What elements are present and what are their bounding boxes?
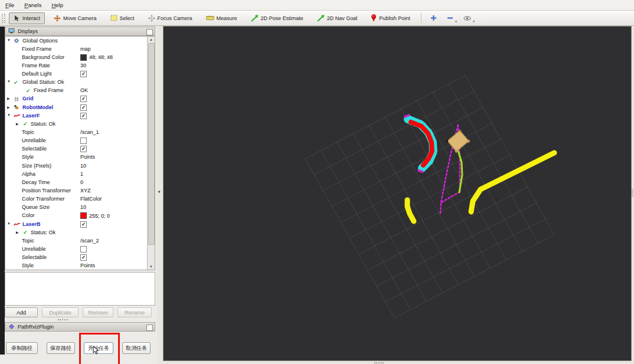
add-tool-button[interactable]	[427, 14, 440, 22]
plugin-button-1[interactable]: 录制路径	[6, 342, 38, 354]
toolbar-grip-handle[interactable]	[2, 14, 5, 23]
tree-row[interactable]: ▼Global Options	[5, 37, 155, 45]
tree-row[interactable]: Selectable✓	[5, 145, 155, 153]
checkbox-unchecked[interactable]	[80, 137, 87, 144]
tree-row[interactable]: Queue Size10	[5, 204, 155, 212]
property-value[interactable]: 30	[80, 63, 86, 68]
property-value[interactable]: 10	[80, 163, 86, 169]
property-value[interactable]: /scan_2	[80, 238, 99, 244]
tree-row[interactable]: Color TransformerFlatColor	[5, 195, 155, 204]
remove-tool-button[interactable]: ▾	[443, 14, 457, 22]
expand-right-icon[interactable]: ▶	[7, 96, 10, 100]
menu-file[interactable]: File	[5, 2, 14, 8]
scrollbar-thumb[interactable]	[148, 43, 155, 245]
publish-point-tool[interactable]: Publish Point	[366, 12, 415, 24]
plugin-panel-header[interactable]: PathRvizPlugin	[5, 322, 155, 332]
tree-row[interactable]: ▼LaserF✓	[5, 112, 155, 120]
tree-row[interactable]: ▶Grid✓	[5, 95, 155, 103]
checkbox-checked[interactable]: ✓	[80, 221, 87, 228]
interact-tool[interactable]: Interact	[9, 12, 45, 24]
tree-row[interactable]: ▶✓Status: Ok	[5, 228, 155, 237]
dock-collapse-icon[interactable]: ◂	[158, 189, 160, 194]
tree-row[interactable]: Size (Pixels)10	[5, 162, 155, 170]
tree-row[interactable]: Unreliable	[5, 137, 155, 145]
scroll-down-icon[interactable]: ▼	[148, 265, 155, 268]
tree-row[interactable]: ▶✓Status: Ok	[5, 120, 155, 128]
checkbox-checked[interactable]: ✓	[80, 113, 87, 119]
tree-row[interactable]: Selectable✓	[5, 254, 155, 262]
plugin-button-2[interactable]: 保存路径	[47, 342, 75, 354]
dock-edge-strip	[0, 27, 5, 355]
plugin-button-4[interactable]: 取消任务	[122, 342, 151, 354]
tree-row[interactable]: ✓Fixed FrameOK	[5, 87, 155, 95]
move-camera-tool[interactable]: Move Camera	[49, 12, 102, 24]
property-value[interactable]: XYZ	[80, 188, 91, 194]
property-value[interactable]: 255; 0; 0	[89, 213, 110, 219]
select-tool[interactable]: Select	[106, 12, 139, 24]
property-value[interactable]: FlatColor	[80, 196, 102, 202]
checkbox-checked[interactable]: ✓	[80, 146, 87, 152]
property-value[interactable]: Points	[80, 154, 95, 160]
property-value[interactable]: /scan_1	[80, 129, 99, 135]
tree-row[interactable]: Color255; 0; 0	[5, 212, 155, 220]
checkbox-unchecked[interactable]	[80, 246, 87, 252]
tree-row[interactable]: ▶RobotModel✓	[5, 103, 155, 112]
tree-row[interactable]: Position TransformerXYZ	[5, 187, 155, 195]
tree-row[interactable]: Frame Rate30	[5, 61, 155, 70]
plugin-button-3[interactable]: 开始任务	[84, 342, 113, 354]
add-display-button[interactable]: Add	[5, 307, 38, 317]
displays-panel-header[interactable]: Displays	[5, 27, 155, 36]
focus-camera-tool[interactable]: Focus Camera	[143, 12, 197, 24]
tree-row[interactable]: StylePoints	[5, 153, 155, 162]
checkbox-checked[interactable]: ✓	[80, 104, 87, 111]
tree-row[interactable]: Alpha1	[5, 170, 155, 178]
plugin-float-button[interactable]	[146, 324, 153, 331]
tree-row[interactable]: Topic/scan_2	[5, 237, 155, 245]
bottom-splitter-handle[interactable]	[374, 362, 384, 363]
expand-right-icon[interactable]: ▶	[16, 230, 19, 234]
tree-row[interactable]: Background Color48; 48; 48	[5, 53, 155, 61]
color-swatch[interactable]	[80, 212, 87, 219]
tree-row[interactable]: Fixed Framemap	[5, 45, 155, 53]
tree-row[interactable]: StylePoints	[5, 262, 155, 270]
expand-right-icon[interactable]: ▶	[16, 122, 19, 126]
nav-goal-tool[interactable]: 2D Nav Goal	[312, 12, 362, 24]
expand-down-icon[interactable]: ▼	[7, 80, 11, 83]
tree-row[interactable]: ▼LaserB✓	[5, 220, 155, 228]
checkbox-checked[interactable]: ✓	[80, 96, 87, 102]
measure-tool[interactable]: Measure	[201, 13, 242, 24]
menu-help[interactable]: Help	[51, 2, 63, 8]
property-value[interactable]: 10	[80, 204, 86, 210]
displays-tree-scrollbar[interactable]: ▲ ▼	[147, 37, 155, 270]
property-label: LaserF	[22, 113, 40, 119]
expand-down-icon[interactable]: ▼	[7, 113, 11, 117]
right-splitter-handle[interactable]	[632, 189, 633, 197]
tree-row[interactable]: ▼✓Global Status: Ok	[5, 78, 155, 87]
scroll-up-icon[interactable]: ▲	[148, 38, 155, 41]
property-value[interactable]: OK	[80, 87, 88, 93]
tree-row[interactable]: Default Light✓	[5, 70, 155, 78]
property-value[interactable]: map	[80, 46, 91, 52]
menu-panels[interactable]: Panels	[24, 2, 41, 8]
property-value[interactable]: 1	[80, 171, 83, 177]
checkbox-checked[interactable]: ✓	[80, 254, 87, 261]
property-value[interactable]: 48; 48; 48	[89, 54, 113, 60]
tree-row[interactable]: Topic/scan_1	[5, 129, 155, 137]
render-view-3d[interactable]	[163, 26, 632, 361]
color-swatch[interactable]	[80, 54, 87, 61]
pose-estimate-tool[interactable]: 2D Pose Estimate	[246, 12, 308, 24]
property-label: Background Color	[22, 54, 64, 60]
menu-bar: FilePanelsHelp	[0, 0, 634, 11]
tree-row[interactable]: Unreliable	[5, 245, 155, 254]
checkbox-checked[interactable]: ✓	[80, 71, 87, 77]
property-value[interactable]: 0	[80, 179, 83, 185]
expand-down-icon[interactable]: ▼	[7, 222, 11, 225]
tree-row[interactable]: Decay Time0	[5, 178, 155, 186]
panel-splitter-handle[interactable]	[58, 319, 68, 320]
expand-down-icon[interactable]: ▼	[7, 38, 11, 42]
expand-right-icon[interactable]: ▶	[7, 105, 10, 109]
displays-float-button[interactable]	[146, 29, 153, 35]
tool-properties-button[interactable]: ▾	[460, 14, 475, 22]
property-value[interactable]: Points	[80, 263, 95, 268]
displays-tree[interactable]: ▼Global OptionsFixed FramemapBackground …	[5, 36, 155, 270]
